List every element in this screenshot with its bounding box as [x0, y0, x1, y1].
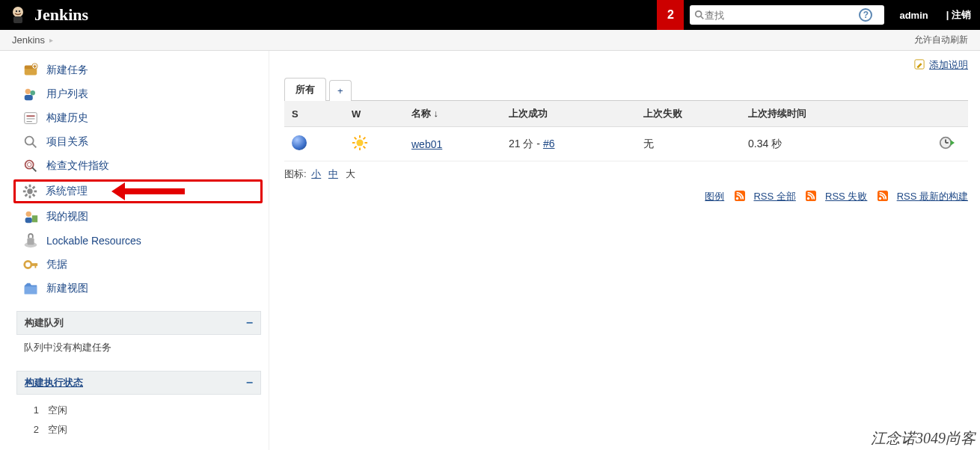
collapse-icon[interactable]: −: [246, 376, 253, 389]
cell-last-failure: 无: [636, 127, 741, 161]
svg-point-36: [25, 261, 31, 268]
pencil-icon: [914, 59, 925, 70]
tab-new-view[interactable]: +: [329, 80, 352, 101]
sidebar-item-new-view[interactable]: 新建视图: [0, 277, 269, 300]
svg-marker-53: [951, 140, 955, 145]
status-ball-icon[interactable]: [292, 135, 307, 150]
svg-point-31: [26, 212, 31, 217]
view-tabs: 所有 +: [284, 78, 968, 101]
chevron-right-icon: ▸: [49, 36, 53, 44]
rss-all-link[interactable]: RSS 全部: [753, 191, 795, 202]
schedule-build-icon[interactable]: [938, 135, 955, 151]
executors-header[interactable]: 构建执行状态 −: [16, 371, 261, 395]
svg-line-18: [32, 144, 37, 148]
sidebar-item-project-relationship[interactable]: 项目关系: [0, 130, 269, 154]
search-box[interactable]: ?: [690, 5, 884, 25]
collapse-icon[interactable]: −: [246, 316, 253, 330]
auto-refresh-link[interactable]: 允许自动刷新: [914, 34, 968, 46]
sidebar-item-fingerprint[interactable]: 检查文件指纹: [0, 154, 269, 178]
sidebar-item-label: 构建历史: [46, 111, 88, 125]
svg-text:✱: ✱: [33, 64, 37, 69]
sidebar: ✱ 新建任务 用户列表 构建历史 项目关系 检查文件指纹 系统管理 我的视图: [0, 51, 269, 450]
rss-icon: [878, 191, 888, 201]
sidebar-item-label: 新建任务: [46, 64, 88, 77]
breadcrumb-root[interactable]: Jenkins: [12, 34, 45, 46]
user-link[interactable]: admin: [890, 10, 937, 21]
legend-link[interactable]: 图例: [705, 191, 724, 202]
queue-empty-text: 队列中没有构建任务: [24, 342, 111, 353]
sidebar-item-people[interactable]: 用户列表: [0, 82, 269, 106]
top-header: Jenkins 2 ? admin | 注销: [0, 0, 980, 30]
svg-line-49: [364, 138, 366, 140]
sidebar-item-lockable-resources[interactable]: Lockable Resources: [0, 229, 269, 253]
sidebar-item-credentials[interactable]: 凭据: [0, 253, 269, 277]
icon-size-large[interactable]: 大: [346, 168, 355, 179]
executors-pane: 构建执行状态 − 1 空闲 2 空闲: [16, 371, 261, 446]
add-description-link[interactable]: 添加说明: [929, 59, 968, 70]
svg-rect-39: [25, 286, 37, 294]
svg-rect-37: [31, 263, 37, 266]
svg-point-11: [31, 90, 35, 95]
credentials-icon: [22, 256, 39, 273]
col-weather[interactable]: W: [344, 101, 404, 127]
icon-size-small[interactable]: 小: [311, 168, 321, 179]
col-last-failure[interactable]: 上次失败: [636, 101, 741, 127]
fingerprint-icon: [22, 158, 39, 174]
svg-line-46: [355, 138, 357, 140]
executor-state: 空闲: [48, 404, 67, 416]
svg-rect-38: [35, 263, 37, 268]
weather-sunny-icon[interactable]: [352, 135, 368, 151]
logout-link[interactable]: | 注销: [937, 8, 980, 22]
cell-last-success: 21 分 - #6: [501, 127, 636, 161]
col-status[interactable]: S: [284, 101, 344, 127]
col-name[interactable]: 名称 ↓: [404, 101, 501, 127]
tab-all[interactable]: 所有: [284, 78, 326, 101]
brand-text: Jenkins: [34, 5, 88, 25]
rss-icon: [735, 191, 745, 201]
brand[interactable]: Jenkins: [0, 4, 97, 25]
svg-rect-33: [32, 215, 37, 222]
new-job-icon: ✱: [22, 62, 39, 78]
pane-title[interactable]: 构建执行状态: [25, 376, 83, 389]
rss-failures-link[interactable]: RSS 失败: [825, 191, 867, 202]
main-panel: 添加说明 所有 + S W 名称 ↓ 上次成功 上次失败 上次持续时间: [269, 51, 980, 450]
sidebar-item-new-job[interactable]: ✱ 新建任务: [0, 58, 269, 82]
table-row: web01 21 分 - #6 无 0.34 秒: [284, 127, 968, 161]
rss-latest-link[interactable]: RSS 最新的构建: [897, 191, 968, 202]
svg-line-30: [33, 187, 35, 189]
svg-line-28: [33, 194, 35, 197]
notification-badge[interactable]: 2: [657, 0, 684, 30]
build-queue-pane: 构建队列 − 队列中没有构建任务: [16, 311, 261, 360]
watermark-text: 江念诺3049尚客: [871, 428, 976, 449]
job-name-link[interactable]: web01: [411, 138, 442, 150]
svg-point-10: [25, 89, 31, 94]
sidebar-item-label: 用户列表: [46, 87, 88, 101]
build-queue-header[interactable]: 构建队列 −: [16, 311, 261, 335]
icon-size-medium[interactable]: 中: [328, 168, 338, 179]
relationship-icon: [22, 134, 39, 150]
sidebar-item-label: 检查文件指纹: [46, 159, 109, 173]
search-input[interactable]: [705, 10, 851, 21]
icon-size-legend: 图标: 小 中 大: [284, 167, 968, 181]
sidebar-item-my-views[interactable]: 我的视图: [0, 205, 269, 229]
jenkins-logo-icon: [9, 4, 27, 25]
sidebar-item-build-history[interactable]: 构建历史: [0, 106, 269, 130]
col-duration[interactable]: 上次持续时间: [741, 101, 931, 127]
new-view-icon: [22, 280, 39, 297]
search-help-icon[interactable]: ?: [859, 8, 872, 22]
history-icon: [22, 110, 39, 126]
pane-title: 构建队列: [25, 316, 64, 330]
rss-icon: [806, 191, 816, 201]
svg-line-48: [355, 147, 357, 149]
sidebar-item-manage-jenkins[interactable]: 系统管理: [13, 179, 263, 203]
svg-point-22: [27, 188, 32, 194]
svg-point-20: [27, 162, 31, 167]
svg-line-27: [25, 187, 28, 189]
svg-point-57: [807, 197, 810, 200]
my-views-icon: [22, 209, 39, 225]
build-link[interactable]: #6: [543, 138, 555, 150]
jobs-table: S W 名称 ↓ 上次成功 上次失败 上次持续时间 web01 21 分 - #…: [284, 100, 968, 161]
col-last-success[interactable]: 上次成功: [501, 101, 636, 127]
svg-point-0: [13, 7, 23, 17]
lock-icon: [22, 232, 39, 249]
